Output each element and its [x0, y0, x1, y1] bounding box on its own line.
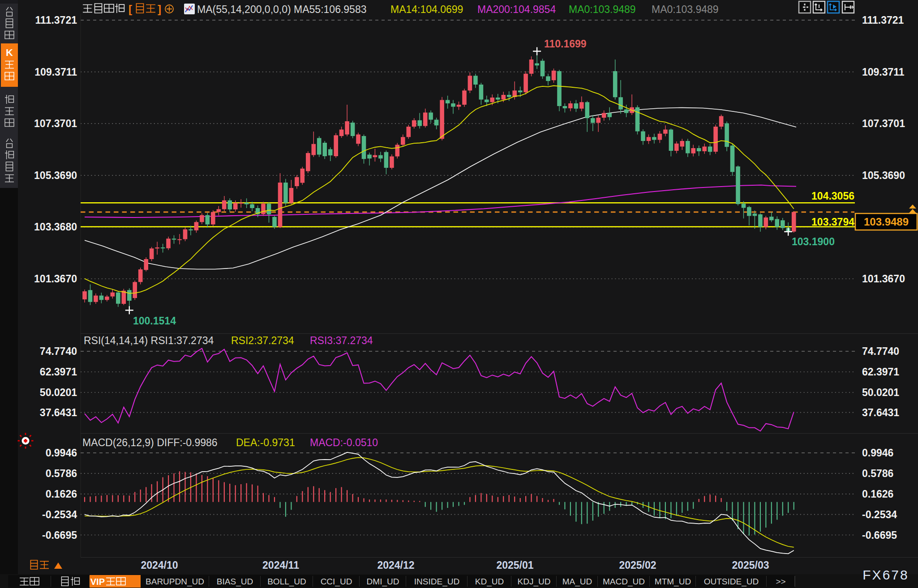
svg-text:MA200:104.9854: MA200:104.9854	[477, 4, 556, 15]
svg-text:109.3711: 109.3711	[34, 66, 77, 78]
svg-text:BOLL_UD: BOLL_UD	[267, 577, 306, 587]
svg-text:MA_UD: MA_UD	[562, 577, 592, 587]
svg-text:MTM_UD: MTM_UD	[655, 577, 691, 587]
svg-text:0.1626: 0.1626	[862, 488, 893, 500]
svg-text:62.3971: 62.3971	[862, 366, 899, 378]
svg-text:37.6431: 37.6431	[862, 407, 899, 418]
svg-text:74.7740: 74.7740	[862, 345, 899, 357]
svg-text:103.3794: 103.3794	[811, 216, 854, 228]
svg-text:MA14:104.0699: MA14:104.0699	[390, 4, 463, 15]
svg-text:KDJ_UD: KDJ_UD	[518, 577, 551, 587]
svg-text:]: ]	[158, 3, 161, 15]
svg-text:105.3690: 105.3690	[862, 170, 905, 181]
svg-text:MA0:103.9489: MA0:103.9489	[652, 4, 719, 15]
svg-text:50.0201: 50.0201	[862, 387, 899, 398]
svg-text:0.9946: 0.9946	[46, 447, 77, 459]
svg-text:2025/03: 2025/03	[732, 559, 769, 571]
svg-text:74.7740: 74.7740	[40, 345, 77, 357]
svg-text:104.3056: 104.3056	[811, 190, 854, 202]
svg-text:2025/02: 2025/02	[619, 559, 656, 571]
svg-text:37.6431: 37.6431	[40, 407, 77, 418]
svg-text:MACD(26,12,9) DIFF:-0.9986: MACD(26,12,9) DIFF:-0.9986	[82, 437, 218, 448]
svg-text:2024/11: 2024/11	[262, 559, 299, 571]
svg-text:MACD:-0.0510: MACD:-0.0510	[310, 437, 378, 448]
svg-text:2024/12: 2024/12	[377, 559, 414, 571]
svg-text:[: [	[129, 3, 132, 15]
svg-text:>>: >>	[776, 577, 785, 586]
svg-text:KD_UD: KD_UD	[475, 577, 504, 587]
svg-text:109.3711: 109.3711	[862, 66, 905, 78]
svg-text:103.3680: 103.3680	[34, 221, 77, 233]
svg-text:110.1699: 110.1699	[544, 38, 587, 50]
svg-text:101.3670: 101.3670	[34, 273, 77, 285]
svg-text:-0.2534: -0.2534	[42, 509, 77, 520]
svg-text:K: K	[6, 47, 13, 58]
svg-text:0.9946: 0.9946	[862, 447, 893, 459]
svg-text:0.5786: 0.5786	[46, 468, 77, 479]
svg-text:2025/01: 2025/01	[496, 559, 533, 571]
svg-text:105.3690: 105.3690	[34, 170, 77, 181]
svg-text:111.3721: 111.3721	[35, 14, 77, 26]
svg-text:103.9489: 103.9489	[864, 216, 909, 228]
svg-text:OUTSIDE_UD: OUTSIDE_UD	[704, 577, 759, 587]
svg-text:107.3701: 107.3701	[34, 118, 77, 129]
svg-text:103.1900: 103.1900	[792, 236, 835, 247]
svg-text:MACD_UD: MACD_UD	[603, 577, 645, 587]
svg-text:MA0:103.9489: MA0:103.9489	[569, 4, 636, 15]
svg-text:BARUPDN_UD: BARUPDN_UD	[146, 577, 204, 587]
svg-text:DEA:-0.9731: DEA:-0.9731	[236, 437, 295, 448]
svg-text:-0.6695: -0.6695	[862, 529, 897, 541]
svg-text:CCI_UD: CCI_UD	[321, 577, 352, 587]
svg-text:62.3971: 62.3971	[40, 366, 77, 378]
svg-text:RSI(14,14,14) RSI1:37.2734: RSI(14,14,14) RSI1:37.2734	[84, 335, 214, 346]
svg-text:BIAS_UD: BIAS_UD	[217, 577, 253, 587]
svg-text:VIP: VIP	[90, 577, 105, 587]
svg-text:-0.2534: -0.2534	[862, 509, 897, 520]
svg-text:50.0201: 50.0201	[40, 387, 77, 398]
svg-text:RSI3:37.2734: RSI3:37.2734	[310, 335, 373, 346]
svg-text:FX678: FX678	[862, 567, 909, 582]
svg-text:INSIDE_UD: INSIDE_UD	[414, 577, 459, 587]
svg-text:0.5786: 0.5786	[862, 468, 893, 479]
svg-text:RSI2:37.2734: RSI2:37.2734	[231, 335, 294, 346]
svg-text:101.3670: 101.3670	[862, 273, 905, 285]
svg-text:DMI_UD: DMI_UD	[367, 577, 399, 587]
svg-text:111.3721: 111.3721	[862, 14, 904, 26]
svg-text:-0.6695: -0.6695	[42, 529, 77, 541]
svg-text:0.1626: 0.1626	[46, 488, 77, 500]
svg-text:2024/10: 2024/10	[141, 559, 178, 571]
svg-text:MA(55,14,200,0,0,0) MA55:106.9: MA(55,14,200,0,0,0) MA55:106.9583	[197, 4, 366, 15]
svg-text:107.3701: 107.3701	[862, 118, 905, 129]
svg-text:100.1514: 100.1514	[133, 315, 176, 327]
